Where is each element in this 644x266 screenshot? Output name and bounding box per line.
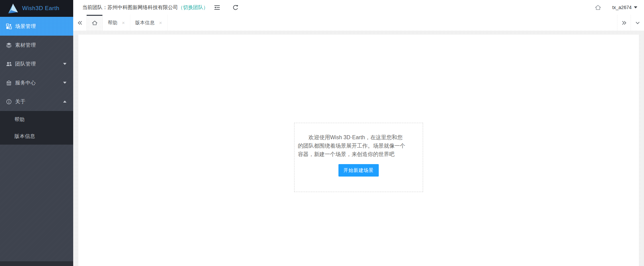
sidebar-item-label: 素材管理 xyxy=(15,42,36,48)
tabs-scroll-left-button[interactable] xyxy=(73,15,87,31)
home-icon xyxy=(595,4,601,10)
create-scene-button[interactable]: 开始新建场景 xyxy=(338,164,379,177)
welcome-box: 欢迎使用Wish 3D·Earth，在这里您和您的团队都围绕着场景展开工作。场景… xyxy=(294,123,423,192)
main-area: 当前团队：苏州中科图新网络科技有限公司（切换团队） xyxy=(73,0,644,266)
sidebar-item-material-management[interactable]: 素材管理 xyxy=(0,36,73,54)
tab-bar: 帮助 × 版本信息 × xyxy=(73,15,644,31)
tab-home[interactable] xyxy=(87,15,103,31)
sidebar: Wish3D Earth 场景管理 xyxy=(0,0,73,266)
chevron-down-icon xyxy=(635,21,640,25)
tabs-menu-button[interactable] xyxy=(631,15,644,31)
user-menu[interactable]: tx_a2674 xyxy=(612,5,637,10)
app-logo[interactable]: Wish3D Earth xyxy=(0,0,73,17)
home-button[interactable] xyxy=(595,4,601,10)
topbar-right: tx_a2674 xyxy=(595,0,637,15)
sidebar-item-about[interactable]: 关于 xyxy=(0,92,73,111)
caret-down-icon xyxy=(63,82,66,84)
active-tab-indicator xyxy=(87,15,102,16)
collapse-menu-button[interactable] xyxy=(212,0,222,15)
caret-down-icon xyxy=(634,6,637,8)
current-team-label: 当前团队： xyxy=(82,4,107,10)
double-chevron-left-icon xyxy=(77,21,83,25)
close-icon[interactable]: × xyxy=(159,20,162,25)
switch-team-link[interactable]: （切换团队） xyxy=(178,4,208,10)
sidebar-item-team-management[interactable]: 团队管理 xyxy=(0,54,73,73)
sidebar-footer xyxy=(0,261,73,266)
logo-icon xyxy=(7,3,18,14)
sidebar-menu: 场景管理 素材管理 xyxy=(0,17,73,145)
top-header: 当前团队：苏州中科图新网络科技有限公司（切换团队） xyxy=(73,0,644,15)
sidebar-subitem-version-info[interactable]: 版本信息 xyxy=(0,128,73,145)
tabbar-right-controls xyxy=(617,15,644,31)
sidebar-item-label: 团队管理 xyxy=(15,61,36,67)
close-icon[interactable]: × xyxy=(122,20,125,25)
brand-title: Wish3D Earth xyxy=(22,5,59,12)
collapse-menu-icon xyxy=(214,5,220,10)
sidebar-submenu-about: 帮助 版本信息 xyxy=(0,111,73,145)
sidebar-item-scene-management[interactable]: 场景管理 xyxy=(0,17,73,36)
layers-icon xyxy=(6,42,12,48)
refresh-icon xyxy=(233,5,238,10)
sidebar-item-service-center[interactable]: 服务中心 xyxy=(0,73,73,92)
refresh-button[interactable] xyxy=(231,0,240,15)
sidebar-item-label: 关于 xyxy=(15,99,26,105)
double-chevron-right-icon xyxy=(622,21,627,25)
app-window: Wish3D Earth 场景管理 xyxy=(0,0,644,266)
users-icon xyxy=(6,61,12,67)
tab-help[interactable]: 帮助 × xyxy=(103,15,130,31)
tabs-scroll-right-button[interactable] xyxy=(617,15,631,31)
sidebar-item-label: 场景管理 xyxy=(15,23,36,30)
info-icon xyxy=(6,99,12,105)
tab-label: 版本信息 xyxy=(135,20,155,26)
sidebar-item-label: 服务中心 xyxy=(15,80,36,86)
tab-label: 帮助 xyxy=(108,20,118,26)
username: tx_a2674 xyxy=(612,5,632,10)
caret-up-icon xyxy=(63,101,66,103)
content-panel: 欢迎使用Wish 3D·Earth，在这里您和您的团队都围绕着场景展开工作。场景… xyxy=(78,35,639,266)
team-name: 苏州中科图新网络科技有限公司 xyxy=(107,4,178,10)
grid-icon xyxy=(6,24,12,29)
current-team-info: 当前团队：苏州中科图新网络科技有限公司（切换团队） xyxy=(82,4,208,11)
sidebar-subitem-help[interactable]: 帮助 xyxy=(0,111,73,128)
service-icon xyxy=(6,80,12,86)
tab-version-info[interactable]: 版本信息 × xyxy=(130,15,168,31)
welcome-text: 欢迎使用Wish 3D·Earth，在这里您和您的团队都围绕着场景展开工作。场景… xyxy=(298,133,407,158)
content-background: 欢迎使用Wish 3D·Earth，在这里您和您的团队都围绕着场景展开工作。场景… xyxy=(73,31,644,266)
caret-down-icon xyxy=(63,63,66,65)
home-icon xyxy=(92,20,98,26)
